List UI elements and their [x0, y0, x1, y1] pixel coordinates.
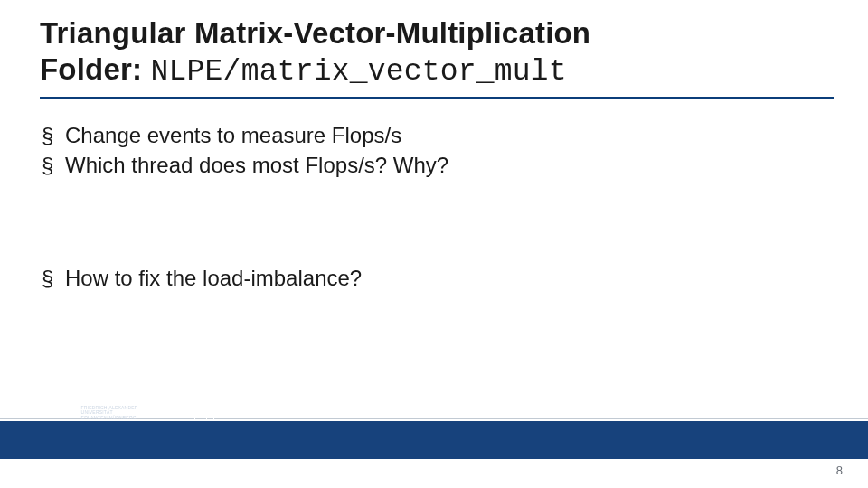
footer-bar: FAU FRIEDRICH-ALEXANDER UNIVERSITÄT ERLA…: [0, 421, 868, 459]
slide-body: Change events to measure Flops/s Which t…: [40, 121, 835, 295]
rrze-box-icon: [194, 408, 207, 420]
bullet-item: How to fix the load-imbalance?: [40, 264, 835, 292]
rrze-logo: ГГ: [177, 405, 215, 421]
bullet-group-2: How to fix the load-imbalance?: [40, 264, 835, 292]
page-number: 8: [836, 464, 843, 477]
title-folder-path: NLPE/matrix_vector_mult: [151, 55, 567, 89]
title-folder-label: Folder:: [40, 52, 151, 86]
bullet-item: Change events to measure Flops/s: [40, 121, 835, 149]
fau-logo: FAU FRIEDRICH-ALEXANDER UNIVERSITÄT ERLA…: [38, 403, 138, 423]
rrze-logo-text: ГГ: [177, 405, 194, 421]
bullet-group-1: Change events to measure Flops/s Which t…: [40, 121, 835, 179]
title-divider: [40, 97, 834, 99]
fau-logo-text: FAU: [38, 403, 76, 423]
bullet-item: Which thread does most Flops/s? Why?: [40, 151, 835, 179]
fau-logo-subtext: FRIEDRICH-ALEXANDER UNIVERSITÄT ERLANGEN…: [81, 406, 138, 421]
slide-title: Triangular Matrix-Vector-Multiplication …: [40, 16, 835, 89]
title-line-1: Triangular Matrix-Vector-Multiplication: [40, 16, 835, 51]
slide: Triangular Matrix-Vector-Multiplication …: [0, 0, 868, 488]
title-line-2: Folder: NLPE/matrix_vector_mult: [40, 52, 835, 89]
spacer: [40, 181, 835, 264]
fau-sub-line: ERLANGEN-NÜRNBERG: [81, 415, 137, 420]
rrze-box-icon: [208, 408, 214, 420]
